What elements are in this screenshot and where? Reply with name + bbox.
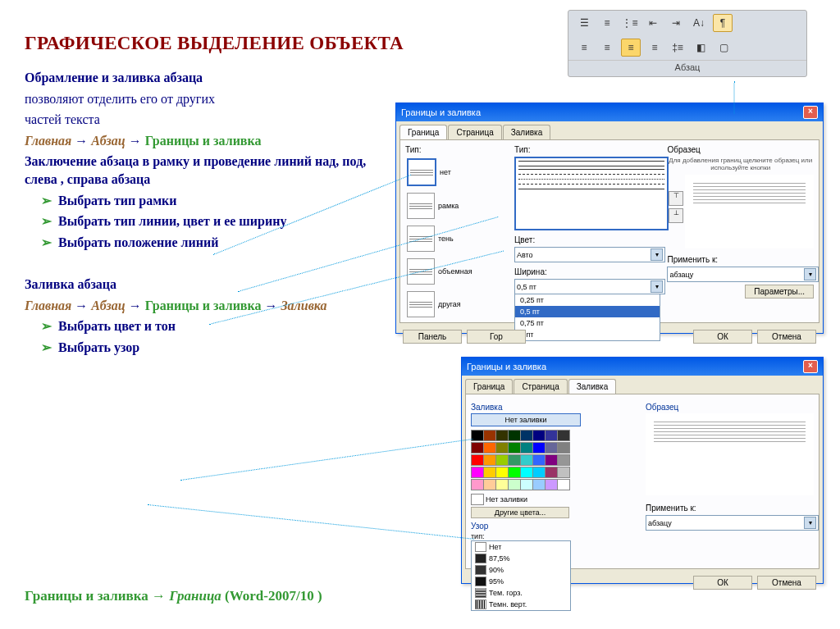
- color-swatch[interactable]: [471, 442, 484, 454]
- indent-right-icon[interactable]: ⇥: [667, 15, 685, 31]
- color-swatch[interactable]: [532, 479, 546, 490]
- width-dropdown[interactable]: 0,5 пт▾: [514, 279, 666, 294]
- color-swatch[interactable]: [545, 479, 558, 490]
- indent-left-icon[interactable]: ⇤: [644, 15, 662, 31]
- cancel-button2[interactable]: Отмена: [757, 576, 816, 590]
- type-custom[interactable]: другая: [405, 289, 508, 319]
- type-none[interactable]: нет: [405, 157, 508, 188]
- color-swatch[interactable]: [495, 467, 509, 478]
- line-style-list[interactable]: [514, 157, 669, 230]
- preview-col2: Образец Применить к: абзацу▾: [646, 399, 814, 563]
- color-swatch[interactable]: [495, 430, 509, 441]
- color-swatch[interactable]: [495, 454, 509, 466]
- intro-l3: частей текста: [25, 111, 369, 129]
- color-swatch[interactable]: [545, 454, 558, 466]
- hline-button[interactable]: Гор: [467, 330, 526, 344]
- type-box[interactable]: рамка: [405, 191, 508, 221]
- color-swatch[interactable]: [520, 454, 533, 466]
- color-swatch[interactable]: [483, 442, 496, 454]
- color-swatch[interactable]: [471, 479, 484, 490]
- color-swatch[interactable]: [483, 467, 496, 478]
- tab-border[interactable]: Граница: [399, 125, 447, 139]
- color-dropdown[interactable]: Авто▾: [514, 247, 666, 262]
- frame-text: Заключение абзаца в рамку и проведение л…: [25, 153, 369, 188]
- fill-col: Заливка Нет заливки Нет заливки Другие ц…: [471, 399, 639, 563]
- align-justify-icon[interactable]: ≡: [621, 39, 641, 57]
- sort-icon[interactable]: A↓: [690, 15, 708, 31]
- multilevel-icon[interactable]: ⋮≡: [621, 15, 639, 31]
- color-swatch[interactable]: [495, 442, 509, 454]
- color-swatch[interactable]: [557, 430, 570, 441]
- applyto-dropdown[interactable]: абзацу▾: [667, 267, 819, 282]
- panel-button[interactable]: Панель: [403, 330, 462, 344]
- color-swatch[interactable]: [520, 430, 533, 441]
- border-top-btn[interactable]: ⊤: [669, 191, 683, 206]
- tab-page[interactable]: Страница: [448, 125, 501, 139]
- tab2-shading[interactable]: Заливка: [568, 379, 617, 394]
- pilcrow-icon[interactable]: ¶: [713, 14, 733, 32]
- color-swatch[interactable]: [557, 467, 570, 478]
- no-fill-swatch[interactable]: [471, 494, 484, 505]
- titlebar[interactable]: Границы и заливка ×: [396, 103, 823, 121]
- applyto2-dropdown[interactable]: абзацу▾: [646, 515, 819, 531]
- path1: Главная → Абзац → Границы и заливка: [25, 132, 369, 150]
- color-swatch[interactable]: [532, 430, 546, 441]
- color-swatch[interactable]: [557, 454, 570, 466]
- color-swatch[interactable]: [557, 479, 570, 490]
- color-swatch[interactable]: [483, 479, 496, 490]
- color-swatch[interactable]: [545, 467, 558, 478]
- color-swatch[interactable]: [471, 454, 484, 466]
- tab2-page[interactable]: Страница: [514, 379, 567, 394]
- borders-icon[interactable]: ▢: [714, 39, 733, 56]
- titlebar2[interactable]: Границы и заливка ×: [462, 358, 823, 376]
- line-spacing-icon[interactable]: ‡≡: [669, 39, 687, 56]
- color-swatch[interactable]: [508, 442, 521, 454]
- bullets1: Выбрать тип рамки Выбрать тип линии, цве…: [25, 192, 369, 252]
- close-icon[interactable]: ×: [803, 360, 818, 373]
- ok-button[interactable]: ОК: [693, 330, 752, 344]
- style-col: Тип: Цвет: Авто▾ Ширина: 0,5 пт▾ 0,25 пт…: [514, 145, 661, 317]
- align-left-icon[interactable]: ≡: [575, 39, 593, 56]
- border-bottom-btn[interactable]: ⊥: [669, 208, 683, 223]
- arrow-line: [148, 504, 474, 540]
- color-swatch[interactable]: [508, 467, 521, 478]
- color-swatch[interactable]: [520, 467, 533, 478]
- color-swatch[interactable]: [471, 467, 484, 478]
- color-swatch[interactable]: [508, 454, 521, 466]
- color-swatch[interactable]: [532, 467, 546, 478]
- color-swatch[interactable]: [545, 430, 558, 441]
- color-swatch[interactable]: [483, 454, 496, 466]
- color-swatch[interactable]: [508, 479, 521, 490]
- preview-box2: [646, 413, 814, 495]
- preview-col: Образец Для добавления границ щелкните о…: [667, 145, 814, 317]
- align-center-icon[interactable]: ≡: [598, 39, 616, 56]
- color-swatch[interactable]: [495, 479, 509, 490]
- ok-button2[interactable]: ОК: [693, 576, 752, 590]
- footer: Границы и заливка → Граница (Word-2007/1…: [25, 588, 322, 604]
- cancel-button[interactable]: Отмена: [757, 330, 816, 344]
- close-icon[interactable]: ×: [803, 106, 818, 119]
- color-swatch[interactable]: [532, 442, 546, 454]
- color-swatch[interactable]: [545, 442, 558, 454]
- color-swatch[interactable]: [532, 454, 546, 466]
- tab-shading[interactable]: Заливка: [503, 125, 551, 139]
- bullets-icon[interactable]: ☰: [575, 15, 593, 31]
- color-swatch[interactable]: [520, 479, 533, 490]
- setting-col: Тип: нет рамка тень объемная другая: [405, 145, 508, 317]
- color-swatch[interactable]: [483, 430, 496, 441]
- params-button[interactable]: Параметры...: [745, 285, 814, 299]
- color-swatch[interactable]: [557, 442, 570, 454]
- shading-icon[interactable]: ◧: [692, 39, 710, 56]
- color-swatch[interactable]: [520, 442, 533, 454]
- ribbon-paragraph: ☰ ≡ ⋮≡ ⇤ ⇥ A↓ ¶ ≡ ≡ ≡ ≡ ‡≡ ◧ ▢ Абзац: [568, 10, 807, 77]
- color-swatch[interactable]: [508, 430, 521, 441]
- arrow-line: [180, 439, 473, 481]
- preview-box[interactable]: [685, 175, 814, 248]
- more-colors-button[interactable]: Другие цвета...: [471, 507, 569, 518]
- ribbon-label[interactable]: Абзац: [568, 60, 806, 75]
- numbering-icon[interactable]: ≡: [598, 15, 616, 31]
- pattern-list[interactable]: Нет 87,5% 90% 95% Тем. горз. Темн. верт.: [471, 540, 571, 611]
- no-fill-button[interactable]: Нет заливки: [471, 413, 581, 426]
- tab2-border[interactable]: Граница: [465, 379, 513, 394]
- align-right-icon[interactable]: ≡: [646, 39, 664, 56]
